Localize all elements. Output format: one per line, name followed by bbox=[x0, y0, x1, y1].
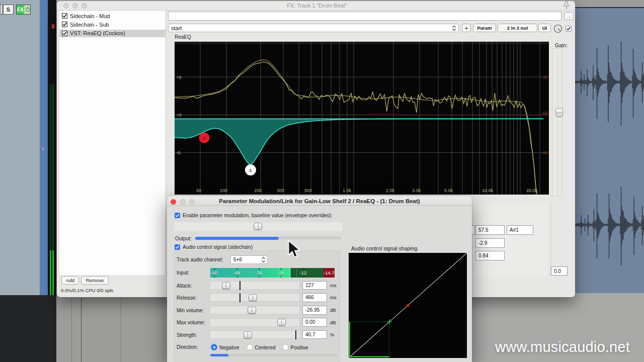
svg-text:50: 50 bbox=[196, 188, 201, 193]
svg-text:-90: -90 bbox=[541, 150, 548, 155]
svg-text:1: 1 bbox=[249, 167, 252, 173]
svg-text:2.0k: 2.0k bbox=[386, 188, 395, 193]
svg-text:2: 2 bbox=[203, 135, 205, 141]
svg-text:-6: -6 bbox=[176, 150, 180, 155]
svg-text:100: 100 bbox=[220, 188, 227, 193]
svg-text:500: 500 bbox=[304, 188, 312, 193]
svg-text:+0: +0 bbox=[176, 112, 182, 118]
svg-text:3.0k: 3.0k bbox=[412, 188, 421, 193]
svg-text:300: 300 bbox=[277, 188, 284, 193]
svg-text:5.0k: 5.0k bbox=[444, 188, 453, 193]
svg-text:20.0k: 20.0k bbox=[526, 188, 538, 193]
svg-text:200: 200 bbox=[254, 188, 262, 193]
svg-text:-30: -30 bbox=[541, 74, 548, 80]
svg-text:-60: -60 bbox=[541, 110, 548, 116]
svg-text:10.0k: 10.0k bbox=[482, 188, 494, 193]
svg-text:+6: +6 bbox=[176, 74, 182, 80]
svg-text:1.0k: 1.0k bbox=[343, 188, 352, 193]
